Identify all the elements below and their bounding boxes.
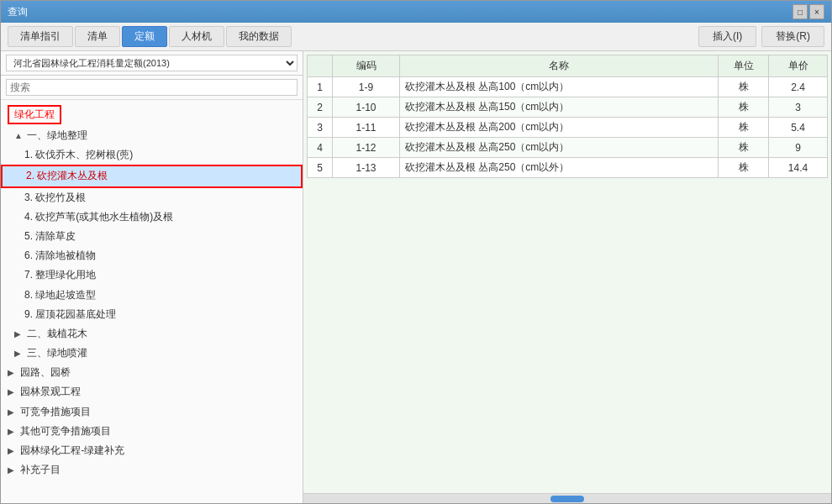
row-num: 4 [308,138,333,158]
expand-icon-s2: ▶ [14,328,24,341]
title-bar-buttons: □ × [793,4,824,19]
tree-node-cat2-label: 园路、园桥 [20,366,71,378]
tree-node-s1-1[interactable]: 1. 砍伐乔木、挖树根(蔸) [1,145,303,165]
expand-icon-s1: ▲ [14,129,24,143]
table-wrapper[interactable]: 编码 名称 单位 单价 1 1-9 砍挖灌木丛及根 丛高100（cm以内） 株 … [303,51,831,493]
tree-node-cat6[interactable]: ▶ 园林绿化工程-绿建补充 [1,441,303,460]
col-code-header: 编码 [333,55,400,77]
table-row[interactable]: 1 1-9 砍挖灌木丛及根 丛高100（cm以内） 株 2.4 [308,77,828,97]
expand-icon-cat7: ▶ [8,464,18,477]
tree-node-s1-8-label: 8. 绿地起坡造型 [24,289,96,301]
tree-area[interactable]: 绿化工程 ▲ 一、绿地整理 1. 砍伐乔木、挖树根(蔸) 2. 砍挖灌木丛及根 … [1,100,303,503]
row-unit: 株 [719,118,769,138]
title-bar: 查询 □ × [1,1,831,23]
tree-node-s1-2[interactable]: 2. 砍挖灌木丛及根 [1,165,303,187]
dropdown-bar: 河北省园林绿化工程消耗量定额(2013) [1,51,303,76]
row-unit: 株 [719,97,769,118]
tree-node-cat7-label: 补充子目 [20,464,61,475]
col-name-header: 名称 [400,55,719,77]
row-code: 1-9 [333,77,400,97]
tree-node-cat7[interactable]: ▶ 补充子目 [1,460,303,480]
row-price: 9 [769,138,828,158]
tree-node-cat4[interactable]: ▶ 可竞争措施项目 [1,402,303,422]
tree-node-s1-2-label: 2. 砍挖灌木丛及根 [26,170,108,181]
tree-node-cat3-label: 园林景观工程 [20,386,81,397]
expand-icon-cat3: ▶ [8,386,18,399]
row-code: 1-10 [333,97,400,118]
tab-wode-shuju[interactable]: 我的数据 [226,26,292,47]
row-name: 砍挖灌木丛及根 丛高250（cm以内） [400,138,719,158]
row-price: 3 [769,97,828,118]
tree-node-cat6-label: 园林绿化工程-绿建补充 [20,444,124,456]
row-num: 5 [308,158,333,178]
row-unit: 株 [719,77,769,97]
tree-node-s2[interactable]: ▶ 二、栽植花木 [1,324,303,344]
tree-node-s1-4-label: 4. 砍挖芦苇(或其他水生植物)及根 [24,211,173,223]
col-unit-header: 单位 [719,55,769,77]
table-row[interactable]: 5 1-13 砍挖灌木丛及根 丛高250（cm以外） 株 14.4 [308,158,828,178]
row-name: 砍挖灌木丛及根 丛高250（cm以外） [400,158,719,178]
close-button[interactable]: × [809,4,824,19]
tree-node-s1-5-label: 5. 清除草皮 [24,230,76,242]
search-bar [1,76,303,100]
data-table: 编码 名称 单位 单价 1 1-9 砍挖灌木丛及根 丛高100（cm以内） 株 … [307,55,828,178]
scrollbar-area[interactable] [303,493,831,503]
quota-dropdown[interactable]: 河北省园林绿化工程消耗量定额(2013) [6,55,298,71]
row-price: 2.4 [769,77,828,97]
scroll-thumb[interactable] [550,496,584,502]
tree-node-s1-9-label: 9. 屋顶花园基底处理 [24,308,116,320]
row-code: 1-11 [333,118,400,138]
row-name: 砍挖灌木丛及根 丛高200（cm以内） [400,118,719,138]
tree-node-s1-9[interactable]: 9. 屋顶花园基底处理 [1,305,303,324]
tree-node-s1[interactable]: ▲ 一、绿地整理 [1,126,303,145]
tree-node-s1-7[interactable]: 7. 整理绿化用地 [1,265,303,285]
tree-node-s1-5[interactable]: 5. 清除草皮 [1,227,303,246]
expand-icon-s3: ▶ [14,347,24,360]
tree-node-s1-4[interactable]: 4. 砍挖芦苇(或其他水生植物)及根 [1,207,303,227]
tree-node-lvhua[interactable]: 绿化工程 [1,103,303,126]
tree-node-s1-3[interactable]: 3. 砍挖竹及根 [1,188,303,207]
tree-node-cat3[interactable]: ▶ 园林景观工程 [1,382,303,402]
category-lvhua-label: 绿化工程 [8,105,61,124]
window-title: 查询 [8,5,28,19]
col-price-header: 单价 [769,55,828,77]
tree-node-s3-label: 三、绿地喷灌 [27,347,87,359]
insert-button[interactable]: 插入(I) [698,26,756,47]
tab-dinge[interactable]: 定额 [122,26,167,47]
row-unit: 株 [719,138,769,158]
col-num [308,55,333,77]
row-name: 砍挖灌木丛及根 丛高150（cm以内） [400,97,719,118]
tab-qingdan[interactable]: 清单 [75,26,120,47]
row-unit: 株 [719,158,769,178]
main-window: 查询 □ × 清单指引 清单 定额 人材机 我的数据 插入(I) 替换(R) 河… [0,0,832,504]
tree-node-cat2[interactable]: ▶ 园路、园桥 [1,363,303,382]
tree-node-s1-8[interactable]: 8. 绿地起坡造型 [1,286,303,305]
expand-icon-cat4: ▶ [8,406,18,419]
row-num: 2 [308,97,333,118]
tree-node-cat5-label: 其他可竞争措施项目 [20,425,111,437]
toolbar: 清单指引 清单 定额 人材机 我的数据 插入(I) 替换(R) [1,23,831,51]
tree-node-cat5[interactable]: ▶ 其他可竞争措施项目 [1,422,303,441]
table-row[interactable]: 4 1-12 砍挖灌木丛及根 丛高250（cm以内） 株 9 [308,138,828,158]
replace-button[interactable]: 替换(R) [761,26,824,47]
expand-icon-cat6: ▶ [8,444,18,458]
row-name: 砍挖灌木丛及根 丛高100（cm以内） [400,77,719,97]
tab-qingdan-zhiyin[interactable]: 清单指引 [8,26,73,47]
tree-node-s1-6[interactable]: 6. 清除地被植物 [1,246,303,265]
minimize-button[interactable]: □ [793,4,808,19]
tab-rencaiji[interactable]: 人材机 [169,26,224,47]
table-row[interactable]: 3 1-11 砍挖灌木丛及根 丛高200（cm以内） 株 5.4 [308,118,828,138]
row-code: 1-12 [333,138,400,158]
expand-icon-cat2: ▶ [8,366,18,380]
row-num: 1 [308,77,333,97]
right-panel: 编码 名称 单位 单价 1 1-9 砍挖灌木丛及根 丛高100（cm以内） 株 … [303,51,831,503]
tree-node-s3[interactable]: ▶ 三、绿地喷灌 [1,344,303,363]
table-row[interactable]: 2 1-10 砍挖灌木丛及根 丛高150（cm以内） 株 3 [308,97,828,118]
tree-node-s1-7-label: 7. 整理绿化用地 [24,269,96,281]
tree-node-s1-6-label: 6. 清除地被植物 [24,249,96,261]
toolbar-actions: 插入(I) 替换(R) [698,26,824,47]
tree-node-s1-label: 一、绿地整理 [27,129,87,141]
search-input[interactable] [6,79,298,96]
tree-node-s1-1-label: 1. 砍伐乔木、挖树根(蔸) [24,149,133,160]
row-num: 3 [308,118,333,138]
